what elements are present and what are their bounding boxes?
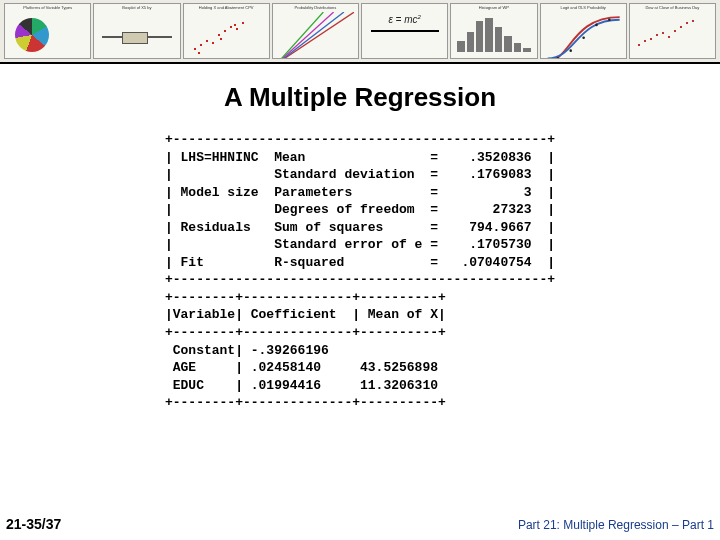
svg-line-2 [277, 12, 334, 59]
thumb-histogram[interactable]: Histogram of WP [450, 3, 537, 59]
thumb-label: Histogram of WP [453, 5, 534, 10]
thumb-logit[interactable]: Logit and OLS Probability [540, 3, 627, 59]
regression-output: +---------------------------------------… [165, 131, 555, 412]
svg-line-3 [277, 12, 323, 59]
thumb-label: Logit and OLS Probability [543, 5, 624, 10]
svg-point-5 [569, 49, 572, 52]
equation-text: ε = mc2 [362, 14, 447, 25]
thumbnail-strip: Platforms of Variable Types Boxplot of X… [0, 0, 720, 64]
histogram-icon [457, 16, 530, 52]
thumb-equation[interactable]: ε = mc2 [361, 3, 448, 59]
thumb-label: Dow at Close of Business Day [632, 5, 713, 10]
page-indicator: 21-35/37 [6, 516, 61, 532]
thumb-label: Holding X and Abatement CPV [186, 5, 267, 10]
s-curve-icon [545, 12, 622, 59]
lines-icon [277, 12, 354, 59]
thumb-timeseries[interactable]: Dow at Close of Business Day [629, 3, 716, 59]
thumb-pie[interactable]: Platforms of Variable Types [4, 3, 91, 59]
svg-point-8 [608, 18, 611, 21]
pie-chart-icon [15, 18, 49, 52]
svg-point-6 [582, 36, 585, 39]
slide-title: A Multiple Regression [0, 82, 720, 113]
thumb-label: Probability Distributions [275, 5, 356, 10]
thumb-boxplot[interactable]: Boxplot of X5 by [93, 3, 180, 59]
svg-point-7 [595, 24, 598, 27]
thumb-label: Boxplot of X5 by [96, 5, 177, 10]
thumb-label: Platforms of Variable Types [7, 5, 88, 10]
thumb-distributions[interactable]: Probability Distributions [272, 3, 359, 59]
boxplot-icon [102, 32, 171, 42]
svg-line-0 [277, 12, 354, 59]
thumb-scatter[interactable]: Holding X and Abatement CPV [183, 3, 270, 59]
footer-caption: Part 21: Multiple Regression – Part 1 [518, 518, 714, 532]
